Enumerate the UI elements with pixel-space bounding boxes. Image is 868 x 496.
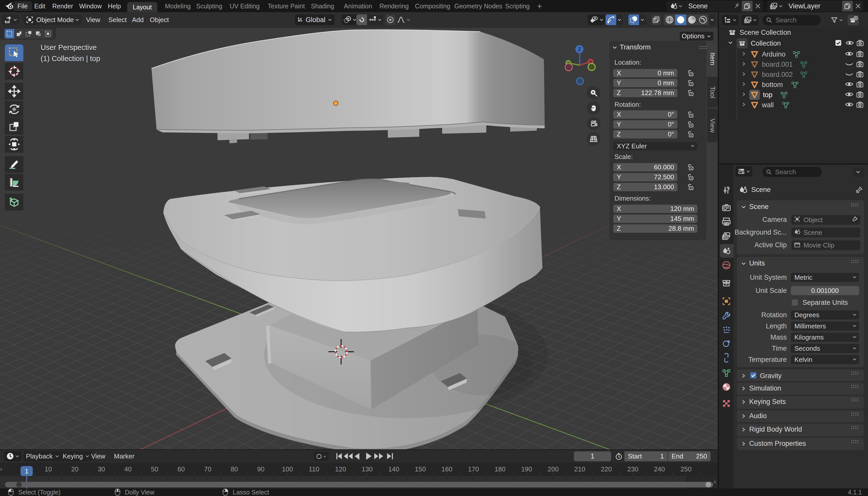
svg-text:Z: Z <box>578 46 581 52</box>
